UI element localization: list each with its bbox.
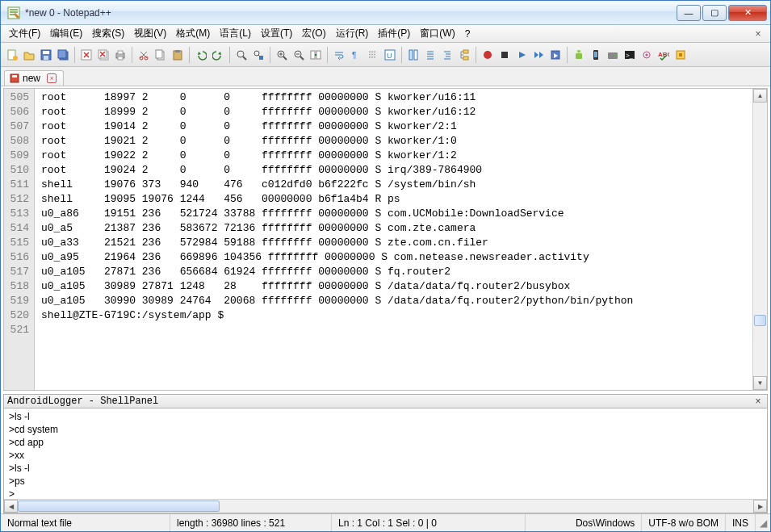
doc-list-icon[interactable]: [422, 47, 438, 63]
play-multi-icon[interactable]: [530, 47, 547, 63]
undo-icon[interactable]: [193, 47, 209, 63]
horizontal-scrollbar[interactable]: ◀ ▶: [4, 499, 767, 513]
copy-icon[interactable]: [153, 47, 169, 63]
phone-icon[interactable]: [588, 47, 604, 63]
zoom-in-icon[interactable]: [274, 47, 290, 63]
play-macro-icon[interactable]: [513, 47, 530, 63]
scroll-right-icon[interactable]: ▶: [753, 500, 767, 513]
menubar: 文件(F) 编辑(E) 搜索(S) 视图(V) 格式(M) 语言(L) 设置(T…: [1, 25, 770, 43]
spellcheck-icon[interactable]: ABC: [656, 47, 672, 63]
paste-icon[interactable]: [170, 47, 186, 63]
menu-plugins[interactable]: 插件(P): [373, 25, 415, 42]
svg-rect-13: [118, 57, 123, 60]
minimize-icon: —: [685, 8, 693, 18]
maximize-button[interactable]: ▢: [702, 5, 727, 21]
tab-label: new: [23, 73, 40, 84]
svg-rect-26: [316, 51, 321, 59]
svg-point-47: [646, 53, 648, 56]
zoom-out-icon[interactable]: [291, 47, 307, 63]
cut-icon[interactable]: [136, 47, 152, 63]
minimize-button[interactable]: —: [677, 5, 701, 21]
save-icon[interactable]: [38, 47, 54, 63]
status-filetype: Normal text file: [1, 514, 170, 531]
menu-language[interactable]: 语言(L): [215, 25, 256, 42]
scroll-up-icon[interactable]: ▲: [753, 89, 767, 103]
toolbar-separator: [189, 47, 190, 63]
status-position: Ln : 1 Col : 1 Sel : 0 | 0: [332, 514, 526, 531]
svg-rect-50: [679, 53, 682, 57]
toolbar-separator: [270, 47, 270, 63]
svg-point-43: [614, 55, 616, 57]
svg-point-2: [13, 56, 18, 61]
save-macro-icon[interactable]: [547, 47, 564, 63]
record-macro-icon[interactable]: [480, 47, 496, 63]
redo-icon[interactable]: [210, 47, 226, 63]
open-file-icon[interactable]: [21, 47, 37, 63]
close-all-icon[interactable]: [95, 47, 111, 63]
indent-guide-icon[interactable]: [365, 47, 381, 63]
scrollbar-thumb[interactable]: [754, 315, 766, 326]
menu-view[interactable]: 视图(V): [129, 25, 171, 42]
scroll-left-icon[interactable]: ◀: [4, 500, 18, 513]
svg-rect-32: [463, 50, 468, 53]
menu-edit[interactable]: 编辑(E): [45, 25, 87, 42]
stop-macro-icon[interactable]: [497, 47, 513, 63]
save-all-icon[interactable]: [55, 47, 71, 63]
code-area[interactable]: root 18997 2 0 0 ffffffff 00000000 S kwo…: [35, 89, 752, 390]
app-icon: [7, 6, 20, 19]
folder-tree-icon[interactable]: [456, 47, 472, 63]
tab-new[interactable]: new ×: [4, 70, 64, 86]
scroll-down-icon[interactable]: ▼: [753, 376, 767, 390]
replace-icon[interactable]: [250, 47, 266, 63]
menu-help[interactable]: ?: [460, 27, 476, 41]
toolbar-separator: [74, 47, 75, 63]
toolbar-separator: [327, 47, 328, 63]
close-icon: ✕: [744, 7, 752, 18]
svg-point-38: [576, 51, 578, 52]
status-eol: Dos\Windows: [569, 514, 642, 531]
panel-close-icon[interactable]: ×: [752, 396, 764, 407]
svg-rect-33: [463, 57, 468, 60]
word-wrap-icon[interactable]: [331, 47, 347, 63]
close-file-icon[interactable]: [78, 47, 94, 63]
find-icon[interactable]: [233, 47, 249, 63]
func-list-icon[interactable]: [439, 47, 455, 63]
sync-scroll-icon[interactable]: [308, 47, 324, 63]
svg-rect-37: [576, 53, 582, 59]
new-file-icon[interactable]: [4, 47, 20, 63]
toolbar-separator: [401, 47, 402, 63]
menu-window[interactable]: 窗口(W): [415, 25, 459, 42]
menubar-close-icon[interactable]: ×: [749, 28, 767, 40]
print-icon[interactable]: [112, 47, 128, 63]
svg-rect-35: [501, 52, 508, 58]
svg-point-20: [237, 51, 244, 57]
svg-text:U: U: [387, 52, 392, 60]
console-icon[interactable]: >_: [622, 47, 638, 63]
tab-close-icon[interactable]: ×: [47, 73, 57, 83]
shell-panel-title: AndroidLogger - ShellPanel ×: [3, 394, 768, 408]
show-all-chars-icon[interactable]: ¶: [348, 47, 364, 63]
scrollbar-thumb[interactable]: [18, 501, 220, 512]
scrollbar-track[interactable]: [18, 500, 753, 513]
status-insert-mode[interactable]: INS: [726, 514, 756, 531]
shell-panel-label: AndroidLogger - ShellPanel: [7, 396, 158, 407]
settings-extra-icon[interactable]: [639, 47, 655, 63]
doc-map-icon[interactable]: [405, 47, 421, 63]
menu-search[interactable]: 搜索(S): [87, 25, 129, 42]
menu-run[interactable]: 运行(R): [331, 25, 374, 42]
resize-grip-icon[interactable]: ◢: [756, 517, 770, 529]
svg-rect-22: [259, 56, 263, 60]
svg-text:¶: ¶: [352, 51, 356, 60]
user-lang-icon[interactable]: U: [382, 47, 398, 63]
shell-output[interactable]: >ls -l>cd system>cd app>xx>ls -l>ps>: [4, 408, 767, 499]
menu-settings[interactable]: 设置(T): [256, 25, 297, 42]
svg-point-34: [484, 51, 492, 59]
vertical-scrollbar[interactable]: ▲ ▼: [752, 89, 767, 390]
plugin-icon[interactable]: [673, 47, 689, 63]
close-button[interactable]: ✕: [728, 5, 767, 21]
menu-format[interactable]: 格式(M): [171, 25, 215, 42]
disk-icon[interactable]: [605, 47, 621, 63]
android-icon[interactable]: [571, 47, 587, 63]
menu-file[interactable]: 文件(F): [4, 25, 45, 42]
menu-macro[interactable]: 宏(O): [297, 25, 330, 42]
